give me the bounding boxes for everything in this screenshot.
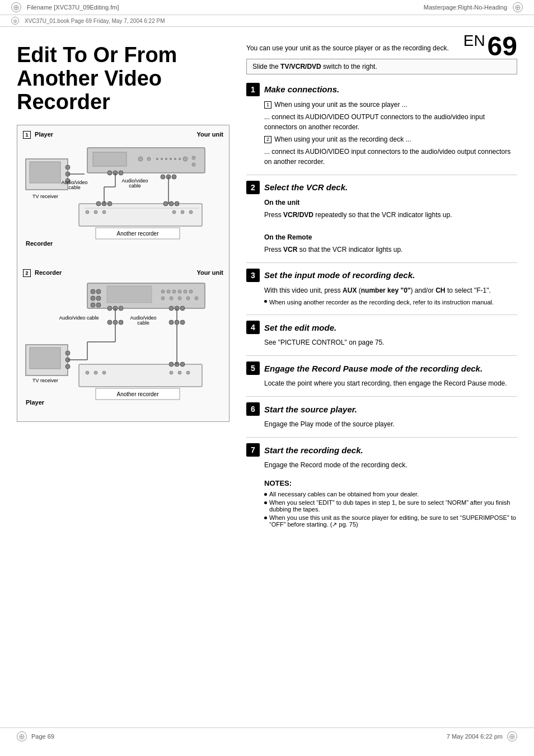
diagram-section-1: 1 Player Your unit TV receiver — [23, 131, 223, 262]
svg-point-62 — [178, 290, 181, 293]
svg-point-73 — [169, 306, 174, 311]
divider-6 — [246, 437, 517, 438]
step-3-body: With this video unit, press AUX (number … — [246, 285, 517, 307]
svg-rect-1 — [30, 162, 60, 183]
note-2-text: When you select “EDIT” to dub tapes in s… — [269, 499, 517, 513]
svg-point-69 — [195, 297, 198, 300]
step-2-body: On the unit Press VCR/DVD repeatedly so … — [246, 198, 517, 255]
step-1: 1 Make connections. 1 When using your un… — [246, 83, 517, 167]
diagram-num-2: 2 Recorder — [23, 269, 62, 277]
step-1-line-1: 1 When using your unit as the source pla… — [264, 100, 517, 110]
divider-2 — [246, 262, 517, 263]
en-label: EN — [463, 32, 485, 49]
svg-rect-99 — [79, 364, 202, 387]
svg-point-41 — [107, 201, 112, 206]
bullet-dot-1 — [264, 300, 267, 303]
step-6-header: 6 Start the source player. — [246, 402, 517, 416]
diagram-label-num-1: 1 — [23, 131, 31, 139]
step-7-text: Engage the Record mode of the recording … — [264, 460, 517, 470]
svg-point-13 — [156, 158, 158, 160]
step-3: 3 Set the input mode of recording deck. … — [246, 269, 517, 307]
svg-point-17 — [174, 158, 176, 160]
diagram-section-2: 2 Recorder Your unit — [23, 269, 223, 409]
notes-section: NOTES: All necessary cables can be obtai… — [246, 479, 517, 528]
footer-date: 7 May 2004 6:22 pm — [447, 733, 503, 740]
svg-point-15 — [165, 158, 167, 160]
diagram-box: 1 Player Your unit TV receiver — [17, 125, 229, 422]
svg-point-46 — [175, 201, 179, 206]
page-num-display: 69 — [488, 31, 517, 61]
svg-point-65 — [161, 297, 165, 300]
step-5-body: Locate the point where you start recordi… — [246, 378, 517, 388]
player-label: Player — [35, 131, 53, 138]
svg-point-54 — [91, 303, 95, 307]
diagram-header-1: 1 Player Your unit — [23, 131, 223, 139]
svg-point-81 — [169, 320, 174, 325]
svg-point-21 — [192, 163, 195, 166]
svg-point-3 — [65, 165, 70, 170]
svg-point-83 — [180, 320, 185, 325]
svg-point-102 — [102, 371, 106, 374]
svg-text:cable: cable — [129, 183, 141, 189]
step-7-body: Engage the Record mode of the recording … — [246, 460, 517, 470]
step-4: 4 Set the edit mode. See "PICTURE CONTRO… — [246, 321, 517, 348]
svg-point-64 — [189, 290, 193, 293]
svg-point-44 — [163, 201, 168, 206]
svg-point-37 — [181, 210, 184, 214]
step-2: 2 Select the VCR deck. On the unit Press… — [246, 181, 517, 255]
diagram-header-2: 2 Recorder Your unit — [23, 269, 223, 277]
svg-point-16 — [170, 158, 172, 160]
svg-point-18 — [179, 158, 181, 160]
svg-point-103 — [170, 371, 173, 374]
step-7: 7 Start the recording deck. Engage the R… — [246, 443, 517, 470]
step-1-num: 1 — [246, 83, 260, 96]
subheader-crosshair: ⊕ — [11, 17, 19, 25]
divider-4 — [246, 355, 517, 356]
your-unit-label-2: Your unit — [197, 269, 223, 277]
svg-point-79 — [113, 320, 118, 325]
step-6-text: Engage the Play mode of the source playe… — [264, 419, 517, 429]
svg-point-20 — [192, 156, 195, 159]
step-3-num: 3 — [246, 269, 260, 282]
note-1: All necessary cables can be obtained fro… — [264, 491, 517, 497]
note-bullet-1 — [264, 493, 267, 496]
step-2-sub1-body: Press VCR/DVD repeatedly so that the VCR… — [264, 210, 517, 220]
step-4-text: See "PICTURE CONTROL" on page 75. — [264, 337, 517, 348]
svg-point-33 — [86, 210, 89, 214]
step-2-header: 2 Select the VCR deck. — [246, 181, 517, 194]
svg-point-14 — [161, 158, 163, 160]
footer-left: ⊕ Page 69 — [17, 731, 54, 741]
step-5-header: 5 Engage the Record Pause mode of the re… — [246, 361, 517, 375]
step-2-sub1-title: On the unit — [264, 198, 517, 208]
step-5-text: Locate the point where you start recordi… — [264, 378, 517, 388]
diagram-label-num-2: 2 — [23, 269, 31, 277]
note-3-text: When you use this unit as the source pla… — [269, 514, 517, 528]
svg-point-60 — [167, 290, 170, 293]
left-column: Edit To Or From Another Video Recorder 1… — [17, 44, 229, 530]
main-content: Edit To Or From Another Video Recorder 1… — [0, 32, 534, 541]
step-5: 5 Engage the Record Pause mode of the re… — [246, 361, 517, 388]
svg-text:TV receiver: TV receiver — [32, 194, 58, 199]
step-1-header: 1 Make connections. — [246, 83, 517, 96]
svg-point-106 — [169, 362, 174, 367]
note-1-text: All necessary cables can be obtained fro… — [269, 491, 419, 497]
svg-point-82 — [175, 320, 179, 325]
svg-point-45 — [169, 201, 174, 206]
step-3-bullet: When using another recorder as the recor… — [264, 298, 517, 307]
svg-point-67 — [178, 297, 181, 300]
step-6-body: Engage the Play mode of the source playe… — [246, 419, 517, 429]
step-2-sub2-title: On the Remote — [264, 232, 517, 242]
step-1-title: Make connections. — [264, 84, 339, 94]
svg-point-38 — [189, 210, 193, 214]
svg-point-101 — [94, 371, 97, 374]
svg-rect-31 — [79, 204, 202, 226]
step-2-sub2-body: Press VCR so that the VCR indicator ligh… — [264, 245, 517, 255]
svg-point-108 — [180, 362, 185, 367]
svg-point-63 — [184, 290, 187, 293]
svg-point-59 — [161, 290, 165, 293]
svg-point-104 — [178, 371, 181, 374]
divider-1 — [246, 175, 517, 175]
footer-crosshair-left: ⊕ — [17, 731, 27, 741]
svg-point-34 — [94, 210, 97, 214]
step-4-header: 4 Set the edit mode. — [246, 321, 517, 334]
